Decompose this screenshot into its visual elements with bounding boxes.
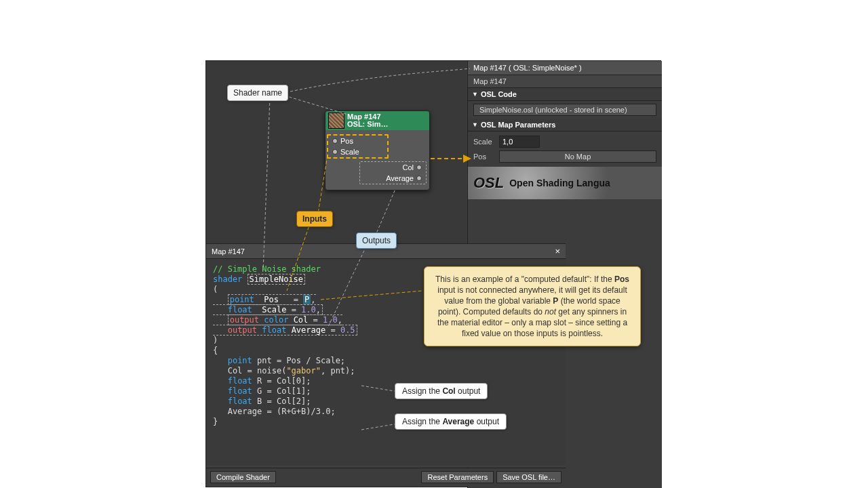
rollout-osl-code-header[interactable]: ▼ OSL Code	[468, 88, 662, 101]
output-label: Average	[386, 174, 414, 182]
rollout-label: OSL Code	[481, 90, 517, 98]
input-port-pos[interactable]: Pos	[328, 136, 387, 146]
panel-subtitle: Map #147	[468, 75, 662, 88]
input-label: Scale	[340, 148, 359, 156]
osl-logo-text: Open Shading Langua	[509, 178, 610, 188]
output-port-average[interactable]: Average	[360, 173, 426, 184]
port-socket-icon[interactable]	[416, 165, 422, 170]
callout-assign-col: Assign the Col output	[395, 383, 488, 399]
node-header[interactable]: Map #147 OSL: Sim…	[326, 111, 429, 130]
osl-logo-mark: OSL	[473, 174, 504, 192]
p-highlight: P	[303, 295, 311, 304]
rollout-label: OSL Map Parameters	[481, 121, 555, 129]
annotation-computed-default: This is an example of a "computed defaul…	[424, 266, 641, 346]
osl-logo-banner: OSL Open Shading Langua	[468, 167, 662, 199]
compile-shader-button[interactable]: Compile Shader	[210, 471, 276, 483]
rollout-osl-params-header[interactable]: ▼ OSL Map Parameters	[468, 119, 662, 131]
callout-outputs: Outputs	[356, 232, 397, 249]
close-icon[interactable]: ×	[555, 246, 560, 256]
editor-button-bar: Compile Shader Reset Parameters Save OSL…	[206, 468, 566, 486]
node-thumbnail	[328, 113, 344, 129]
shader-name-token: SimpleNoise	[248, 274, 305, 285]
callout-inputs: Inputs	[296, 211, 333, 227]
callout-shader-name: Shader name	[227, 85, 288, 101]
port-socket-icon[interactable]	[416, 176, 422, 181]
osl-file-field[interactable]: SimpleNoise.osl (unlocked - stored in sc…	[473, 104, 656, 116]
reset-parameters-button[interactable]: Reset Parameters	[421, 471, 494, 483]
output-label: Col	[402, 163, 414, 171]
editor-title: Map #147	[212, 247, 245, 256]
param-pos-label: Pos	[473, 152, 495, 161]
param-pos-map-button[interactable]: No Map	[499, 150, 656, 163]
port-socket-icon[interactable]	[332, 138, 338, 144]
output-decl-block: output color Col = 1.0, output float Ave…	[213, 314, 357, 336]
param-scale-value[interactable]: 1,0	[499, 136, 540, 148]
output-port-col[interactable]: Col	[360, 162, 426, 173]
osl-map-node[interactable]: Map #147 OSL: Sim… Pos Scale	[325, 110, 430, 190]
disclosure-icon: ▼	[472, 121, 478, 128]
node-inputs-group: Pos Scale	[327, 134, 389, 159]
disclosure-icon: ▼	[472, 91, 478, 98]
port-socket-icon[interactable]	[332, 149, 338, 155]
node-title-line2: OSL: Sim…	[347, 121, 389, 128]
input-port-scale[interactable]: Scale	[328, 146, 387, 157]
node-outputs-group: Col Average	[359, 161, 427, 184]
save-osl-file-button[interactable]: Save OSL file…	[496, 471, 561, 483]
input-decl-block: point Pos = P, float Scale = 1.0,	[213, 294, 323, 315]
input-label: Pos	[340, 137, 353, 145]
panel-title: Map #147 ( OSL: SimpleNoise* )	[468, 61, 662, 75]
callout-assign-average: Assign the Average output	[395, 413, 507, 430]
param-scale-label: Scale	[473, 138, 495, 146]
